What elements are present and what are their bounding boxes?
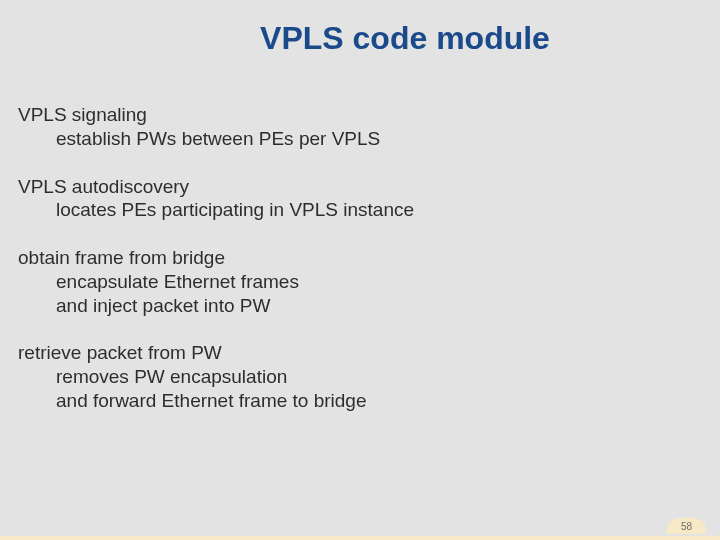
slide: VPLS code module VPLS signaling establis… (0, 0, 720, 540)
section-signaling: VPLS signaling establish PWs between PEs… (18, 103, 702, 151)
section-sub: and inject packet into PW (18, 294, 702, 318)
section-sub: removes PW encapsulation (18, 365, 702, 389)
footer-bar (0, 536, 720, 540)
section-sub: locates PEs participating in VPLS instan… (18, 198, 702, 222)
section-autodiscovery: VPLS autodiscovery locates PEs participa… (18, 175, 702, 223)
section-lead: VPLS signaling (18, 103, 702, 127)
page-number: 58 (667, 518, 706, 534)
section-sub: establish PWs between PEs per VPLS (18, 127, 702, 151)
section-retrieve-packet: retrieve packet from PW removes PW encap… (18, 341, 702, 412)
section-lead: retrieve packet from PW (18, 341, 702, 365)
section-obtain-frame: obtain frame from bridge encapsulate Eth… (18, 246, 702, 317)
section-lead: obtain frame from bridge (18, 246, 702, 270)
section-lead: VPLS autodiscovery (18, 175, 702, 199)
section-sub: and forward Ethernet frame to bridge (18, 389, 702, 413)
section-sub: encapsulate Ethernet frames (18, 270, 702, 294)
slide-title: VPLS code module (108, 20, 702, 57)
